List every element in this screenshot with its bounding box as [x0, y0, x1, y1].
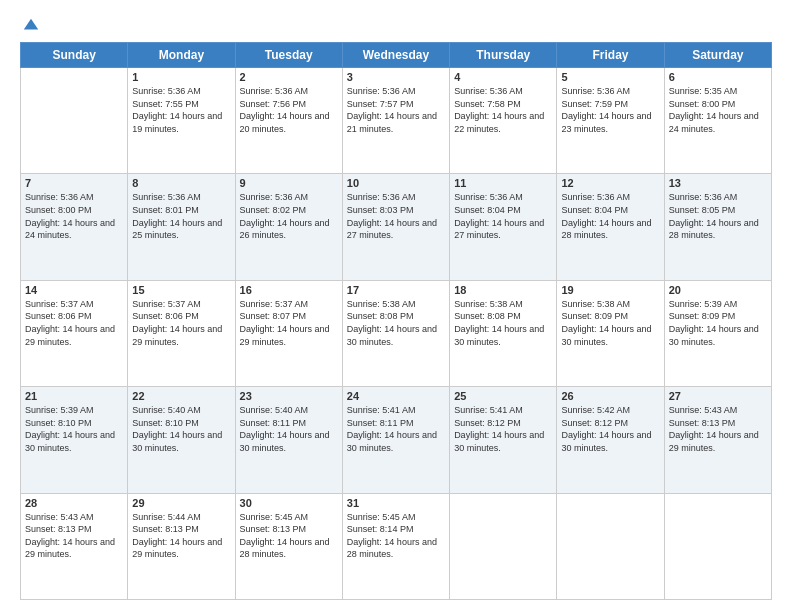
calendar-cell: 8Sunrise: 5:36 AM Sunset: 8:01 PM Daylig…: [128, 174, 235, 280]
day-number: 2: [240, 71, 338, 83]
calendar-cell: 12Sunrise: 5:36 AM Sunset: 8:04 PM Dayli…: [557, 174, 664, 280]
calendar-week-5: 28Sunrise: 5:43 AM Sunset: 8:13 PM Dayli…: [21, 493, 772, 599]
weekday-header-friday: Friday: [557, 43, 664, 68]
calendar-cell: 18Sunrise: 5:38 AM Sunset: 8:08 PM Dayli…: [450, 280, 557, 386]
day-info: Sunrise: 5:41 AM Sunset: 8:11 PM Dayligh…: [347, 404, 445, 454]
day-info: Sunrise: 5:36 AM Sunset: 7:56 PM Dayligh…: [240, 85, 338, 135]
calendar-cell: 31Sunrise: 5:45 AM Sunset: 8:14 PM Dayli…: [342, 493, 449, 599]
calendar-cell: 9Sunrise: 5:36 AM Sunset: 8:02 PM Daylig…: [235, 174, 342, 280]
calendar-cell: 5Sunrise: 5:36 AM Sunset: 7:59 PM Daylig…: [557, 68, 664, 174]
calendar-cell: 10Sunrise: 5:36 AM Sunset: 8:03 PM Dayli…: [342, 174, 449, 280]
day-info: Sunrise: 5:37 AM Sunset: 8:06 PM Dayligh…: [25, 298, 123, 348]
calendar-week-2: 7Sunrise: 5:36 AM Sunset: 8:00 PM Daylig…: [21, 174, 772, 280]
day-info: Sunrise: 5:36 AM Sunset: 8:05 PM Dayligh…: [669, 191, 767, 241]
day-info: Sunrise: 5:35 AM Sunset: 8:00 PM Dayligh…: [669, 85, 767, 135]
day-number: 24: [347, 390, 445, 402]
logo: [20, 16, 40, 34]
calendar-cell: 6Sunrise: 5:35 AM Sunset: 8:00 PM Daylig…: [664, 68, 771, 174]
weekday-header-saturday: Saturday: [664, 43, 771, 68]
calendar-cell: 16Sunrise: 5:37 AM Sunset: 8:07 PM Dayli…: [235, 280, 342, 386]
calendar-cell: 3Sunrise: 5:36 AM Sunset: 7:57 PM Daylig…: [342, 68, 449, 174]
day-info: Sunrise: 5:36 AM Sunset: 7:55 PM Dayligh…: [132, 85, 230, 135]
calendar-week-4: 21Sunrise: 5:39 AM Sunset: 8:10 PM Dayli…: [21, 387, 772, 493]
calendar-week-1: 1Sunrise: 5:36 AM Sunset: 7:55 PM Daylig…: [21, 68, 772, 174]
calendar-cell: 23Sunrise: 5:40 AM Sunset: 8:11 PM Dayli…: [235, 387, 342, 493]
day-info: Sunrise: 5:36 AM Sunset: 8:01 PM Dayligh…: [132, 191, 230, 241]
calendar-cell: 28Sunrise: 5:43 AM Sunset: 8:13 PM Dayli…: [21, 493, 128, 599]
day-number: 11: [454, 177, 552, 189]
day-number: 1: [132, 71, 230, 83]
calendar-page: SundayMondayTuesdayWednesdayThursdayFrid…: [0, 0, 792, 612]
calendar-cell: 2Sunrise: 5:36 AM Sunset: 7:56 PM Daylig…: [235, 68, 342, 174]
calendar-cell: 29Sunrise: 5:44 AM Sunset: 8:13 PM Dayli…: [128, 493, 235, 599]
day-number: 20: [669, 284, 767, 296]
day-info: Sunrise: 5:43 AM Sunset: 8:13 PM Dayligh…: [25, 511, 123, 561]
calendar-cell: [450, 493, 557, 599]
day-number: 21: [25, 390, 123, 402]
calendar-cell: 27Sunrise: 5:43 AM Sunset: 8:13 PM Dayli…: [664, 387, 771, 493]
calendar-cell: 11Sunrise: 5:36 AM Sunset: 8:04 PM Dayli…: [450, 174, 557, 280]
day-info: Sunrise: 5:36 AM Sunset: 7:57 PM Dayligh…: [347, 85, 445, 135]
day-number: 29: [132, 497, 230, 509]
day-info: Sunrise: 5:40 AM Sunset: 8:11 PM Dayligh…: [240, 404, 338, 454]
day-number: 12: [561, 177, 659, 189]
day-info: Sunrise: 5:37 AM Sunset: 8:06 PM Dayligh…: [132, 298, 230, 348]
calendar-cell: [557, 493, 664, 599]
day-number: 10: [347, 177, 445, 189]
weekday-header-thursday: Thursday: [450, 43, 557, 68]
header: [20, 16, 772, 34]
calendar-cell: [21, 68, 128, 174]
day-info: Sunrise: 5:39 AM Sunset: 8:10 PM Dayligh…: [25, 404, 123, 454]
day-number: 8: [132, 177, 230, 189]
weekday-header-monday: Monday: [128, 43, 235, 68]
calendar-cell: 21Sunrise: 5:39 AM Sunset: 8:10 PM Dayli…: [21, 387, 128, 493]
day-info: Sunrise: 5:45 AM Sunset: 8:14 PM Dayligh…: [347, 511, 445, 561]
weekday-header-tuesday: Tuesday: [235, 43, 342, 68]
calendar-cell: 7Sunrise: 5:36 AM Sunset: 8:00 PM Daylig…: [21, 174, 128, 280]
calendar-cell: 30Sunrise: 5:45 AM Sunset: 8:13 PM Dayli…: [235, 493, 342, 599]
calendar-cell: 19Sunrise: 5:38 AM Sunset: 8:09 PM Dayli…: [557, 280, 664, 386]
day-info: Sunrise: 5:36 AM Sunset: 8:02 PM Dayligh…: [240, 191, 338, 241]
day-number: 16: [240, 284, 338, 296]
day-info: Sunrise: 5:36 AM Sunset: 7:58 PM Dayligh…: [454, 85, 552, 135]
day-number: 17: [347, 284, 445, 296]
day-number: 31: [347, 497, 445, 509]
calendar-cell: 15Sunrise: 5:37 AM Sunset: 8:06 PM Dayli…: [128, 280, 235, 386]
calendar-cell: [664, 493, 771, 599]
day-info: Sunrise: 5:43 AM Sunset: 8:13 PM Dayligh…: [669, 404, 767, 454]
svg-marker-0: [24, 19, 38, 30]
day-info: Sunrise: 5:38 AM Sunset: 8:08 PM Dayligh…: [347, 298, 445, 348]
day-number: 5: [561, 71, 659, 83]
day-info: Sunrise: 5:36 AM Sunset: 8:04 PM Dayligh…: [561, 191, 659, 241]
calendar-cell: 4Sunrise: 5:36 AM Sunset: 7:58 PM Daylig…: [450, 68, 557, 174]
day-info: Sunrise: 5:42 AM Sunset: 8:12 PM Dayligh…: [561, 404, 659, 454]
weekday-header-sunday: Sunday: [21, 43, 128, 68]
day-number: 7: [25, 177, 123, 189]
calendar-table: SundayMondayTuesdayWednesdayThursdayFrid…: [20, 42, 772, 600]
day-number: 18: [454, 284, 552, 296]
calendar-cell: 25Sunrise: 5:41 AM Sunset: 8:12 PM Dayli…: [450, 387, 557, 493]
calendar-cell: 1Sunrise: 5:36 AM Sunset: 7:55 PM Daylig…: [128, 68, 235, 174]
calendar-cell: 13Sunrise: 5:36 AM Sunset: 8:05 PM Dayli…: [664, 174, 771, 280]
day-number: 19: [561, 284, 659, 296]
day-number: 14: [25, 284, 123, 296]
day-info: Sunrise: 5:38 AM Sunset: 8:08 PM Dayligh…: [454, 298, 552, 348]
day-info: Sunrise: 5:36 AM Sunset: 8:03 PM Dayligh…: [347, 191, 445, 241]
day-number: 25: [454, 390, 552, 402]
calendar-cell: 20Sunrise: 5:39 AM Sunset: 8:09 PM Dayli…: [664, 280, 771, 386]
calendar-cell: 22Sunrise: 5:40 AM Sunset: 8:10 PM Dayli…: [128, 387, 235, 493]
calendar-cell: 24Sunrise: 5:41 AM Sunset: 8:11 PM Dayli…: [342, 387, 449, 493]
day-info: Sunrise: 5:36 AM Sunset: 8:04 PM Dayligh…: [454, 191, 552, 241]
day-info: Sunrise: 5:41 AM Sunset: 8:12 PM Dayligh…: [454, 404, 552, 454]
calendar-cell: 17Sunrise: 5:38 AM Sunset: 8:08 PM Dayli…: [342, 280, 449, 386]
day-info: Sunrise: 5:40 AM Sunset: 8:10 PM Dayligh…: [132, 404, 230, 454]
calendar-week-3: 14Sunrise: 5:37 AM Sunset: 8:06 PM Dayli…: [21, 280, 772, 386]
day-number: 15: [132, 284, 230, 296]
day-number: 9: [240, 177, 338, 189]
day-number: 22: [132, 390, 230, 402]
calendar-cell: 26Sunrise: 5:42 AM Sunset: 8:12 PM Dayli…: [557, 387, 664, 493]
day-number: 27: [669, 390, 767, 402]
day-info: Sunrise: 5:36 AM Sunset: 8:00 PM Dayligh…: [25, 191, 123, 241]
day-number: 4: [454, 71, 552, 83]
calendar-cell: 14Sunrise: 5:37 AM Sunset: 8:06 PM Dayli…: [21, 280, 128, 386]
